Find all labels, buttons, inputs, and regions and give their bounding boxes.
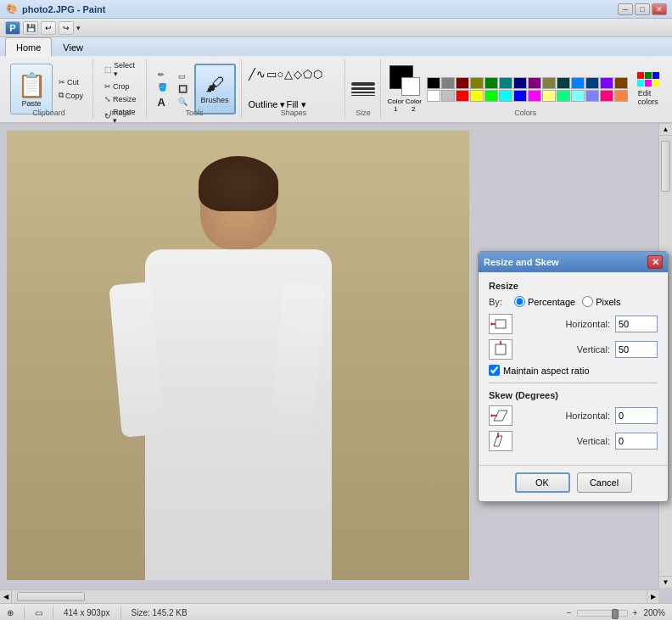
dialog-overlay: Resize and Skew ✕ Resize By: Percentage … xyxy=(0,124,672,603)
maintain-aspect-checkbox[interactable] xyxy=(489,365,500,376)
title-bar: 🎨 photo2.JPG - Paint ─ □ ✕ xyxy=(0,0,672,19)
skew-vertical-icon xyxy=(489,431,512,451)
color-swatch-20[interactable] xyxy=(513,90,527,102)
shape-line[interactable]: ╱ xyxy=(249,68,255,81)
picker-button[interactable]: 🔲 xyxy=(174,83,192,95)
magnifier-button[interactable]: 🔍 xyxy=(174,96,192,108)
color-selector xyxy=(389,65,420,96)
divider2 xyxy=(53,607,53,619)
percentage-radio-item[interactable]: Percentage xyxy=(514,296,575,307)
color-swatch-5[interactable] xyxy=(499,77,512,89)
color-swatch-6[interactable] xyxy=(513,77,527,89)
ok-button[interactable]: OK xyxy=(515,472,570,493)
paint-menu-button[interactable]: P xyxy=(5,21,20,35)
size-4[interactable] xyxy=(351,95,375,96)
color-swatch-13[interactable] xyxy=(614,77,628,89)
copy-button[interactable]: ⧉ Copy xyxy=(54,89,87,102)
color-swatch-9[interactable] xyxy=(557,77,570,89)
color-swatch-21[interactable] xyxy=(528,90,541,102)
clipboard-group: 📋 Paste ✂ Cut ⧉ Copy Clipboard xyxy=(5,59,93,119)
color-swatch-15[interactable] xyxy=(441,90,455,102)
color-swatch-24[interactable] xyxy=(571,90,585,102)
eraser-button[interactable]: ▭ xyxy=(174,70,192,82)
vertical-input[interactable] xyxy=(615,341,658,358)
shape-diamond[interactable]: ◇ xyxy=(294,68,302,81)
tab-view[interactable]: View xyxy=(52,37,94,56)
shape-oval[interactable]: ○ xyxy=(277,68,284,81)
fill-button[interactable]: 🪣 xyxy=(154,81,171,93)
color-swatch-12[interactable] xyxy=(600,77,613,89)
text-button[interactable]: A xyxy=(154,94,171,110)
pixels-radio-item[interactable]: Pixels xyxy=(582,296,620,307)
image-group: ⬚ Select ▾ ✂ Crop ⤡ Resize ↻ Rotate ▾ Im… xyxy=(95,59,147,119)
color-swatch-1[interactable] xyxy=(441,77,455,89)
color-swatch-11[interactable] xyxy=(585,77,599,89)
maximize-button[interactable]: □ xyxy=(635,3,650,15)
crop-button[interactable]: ✂ Crop xyxy=(100,81,141,92)
color-swatch-3[interactable] xyxy=(470,77,484,89)
select-button[interactable]: ⬚ Select ▾ xyxy=(100,59,141,80)
color-swatch-8[interactable] xyxy=(542,77,556,89)
color-swatch-0[interactable] xyxy=(427,77,440,89)
edit-colors-button[interactable]: Edit colors xyxy=(633,64,664,115)
svg-rect-3 xyxy=(496,344,506,355)
size-1[interactable] xyxy=(351,82,375,86)
color-swatch-16[interactable] xyxy=(456,90,469,102)
zoom-area: − + 200% xyxy=(567,608,665,617)
color-swatch-27[interactable] xyxy=(614,90,628,102)
divider3 xyxy=(120,607,121,619)
pencil-button[interactable]: ✏ xyxy=(154,69,171,81)
zoom-in-btn[interactable]: + xyxy=(633,608,638,617)
size-group: Size xyxy=(347,59,381,119)
undo-button[interactable]: ↩ xyxy=(41,21,56,35)
close-button[interactable]: ✕ xyxy=(652,3,667,15)
paste-button[interactable]: 📋 Paste xyxy=(10,64,53,115)
paste-icon: 📋 xyxy=(17,71,47,99)
resize-button[interactable]: ⤡ Resize xyxy=(100,93,141,105)
shape-triangle[interactable]: △ xyxy=(284,68,293,81)
zoom-out-btn[interactable]: − xyxy=(567,608,572,617)
color-swatch-25[interactable] xyxy=(585,90,599,102)
color-swatch-14[interactable] xyxy=(427,90,440,102)
color-swatch-23[interactable] xyxy=(557,90,570,102)
tab-home[interactable]: Home xyxy=(5,37,52,57)
redo-button[interactable]: ↪ xyxy=(59,21,74,35)
cancel-button[interactable]: Cancel xyxy=(577,472,632,493)
shape-hex[interactable]: ⬡ xyxy=(313,68,322,81)
color-swatch-17[interactable] xyxy=(470,90,484,102)
shape-pentagon[interactable]: ⬠ xyxy=(303,68,312,81)
skew-horizontal-input[interactable] xyxy=(615,407,658,424)
resize-section-label: Resize xyxy=(489,281,658,291)
color-swatch-7[interactable] xyxy=(528,77,541,89)
brushes-button[interactable]: 🖌 Brushes xyxy=(194,64,236,115)
cut-button[interactable]: ✂ Cut xyxy=(54,76,87,88)
skew-vertical-row: Vertical: xyxy=(489,431,658,451)
color-swatch-10[interactable] xyxy=(571,77,585,89)
resize-skew-dialog: Resize and Skew ✕ Resize By: Percentage … xyxy=(478,251,669,502)
zoom-thumb[interactable] xyxy=(612,609,619,619)
zoom-slider[interactable] xyxy=(577,610,628,617)
horizontal-input[interactable] xyxy=(615,316,658,332)
vertical-label: Vertical: xyxy=(518,344,615,355)
size-2[interactable] xyxy=(351,87,375,90)
color-swatch-2[interactable] xyxy=(456,77,469,89)
percentage-label: Percentage xyxy=(528,297,575,307)
color-swatch-19[interactable] xyxy=(499,90,512,102)
color-swatch-18[interactable] xyxy=(484,90,498,102)
color-swatch-22[interactable] xyxy=(542,90,556,102)
dialog-body: Resize By: Percentage Pixels xyxy=(479,272,668,465)
color2-swatch[interactable] xyxy=(401,77,420,96)
save-button[interactable]: 💾 xyxy=(23,21,38,35)
pixels-radio[interactable] xyxy=(582,296,593,307)
color-swatch-26[interactable] xyxy=(600,90,613,102)
color-swatch-4[interactable] xyxy=(484,77,498,89)
shapes-group: ╱ ∿ ▭ ○ △ ◇ ⬠ ⬡ Outline ▾ Fill ▾ Shapes xyxy=(244,59,345,119)
shape-rect[interactable]: ▭ xyxy=(266,68,277,81)
dialog-close-button[interactable]: ✕ xyxy=(647,255,663,269)
size-3[interactable] xyxy=(351,92,375,93)
percentage-radio[interactable] xyxy=(514,296,525,307)
minimize-button[interactable]: ─ xyxy=(618,3,633,15)
skew-vertical-input[interactable] xyxy=(615,433,658,450)
qa-dropdown[interactable]: ▾ xyxy=(76,24,81,32)
shape-curve[interactable]: ∿ xyxy=(256,68,266,81)
